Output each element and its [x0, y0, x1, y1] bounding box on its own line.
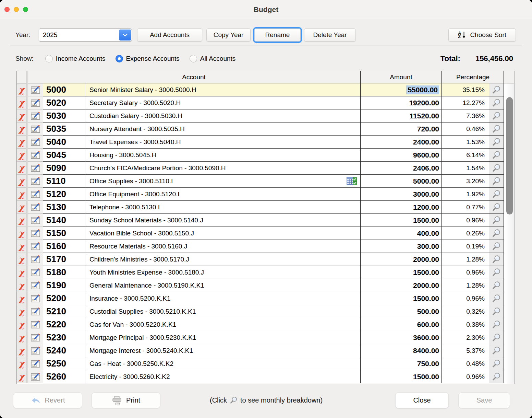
amount-cell[interactable]: 1500.00	[361, 266, 442, 279]
amount-cell[interactable]: 19200.00	[361, 96, 442, 109]
delete-year-button[interactable]: Delete Year	[304, 28, 356, 42]
add-accounts-button[interactable]: Add Accounts	[137, 28, 202, 42]
amount-cell[interactable]: 2406.00	[361, 162, 442, 175]
delete-account-button[interactable]: χ	[17, 292, 26, 305]
amount-cell[interactable]: 2000.00	[361, 279, 442, 292]
monthly-breakdown-button[interactable]	[489, 266, 504, 279]
year-select[interactable]: 2025	[39, 28, 132, 42]
edit-account-button[interactable]	[28, 266, 43, 279]
monthly-breakdown-button[interactable]	[489, 305, 504, 318]
delete-account-button[interactable]: χ	[17, 123, 26, 136]
radio-income-accounts[interactable]: Income Accounts	[45, 55, 106, 62]
amount-cell[interactable]: 720.00	[361, 123, 442, 136]
edit-account-button[interactable]	[28, 214, 43, 227]
monthly-breakdown-button[interactable]	[489, 240, 504, 253]
amount-cell[interactable]: 9600.00	[361, 149, 442, 162]
monthly-breakdown-button[interactable]	[489, 175, 504, 188]
amount-cell[interactable]: 2000.00	[361, 253, 442, 266]
edit-account-button[interactable]	[28, 370, 43, 383]
close-button[interactable]: Close	[395, 392, 449, 408]
edit-account-button[interactable]	[28, 162, 43, 175]
amount-cell[interactable]: 1500.00	[361, 292, 442, 305]
delete-account-button[interactable]: χ	[17, 83, 26, 96]
edit-account-button[interactable]	[28, 109, 43, 123]
delete-account-button[interactable]: χ	[17, 344, 26, 357]
monthly-breakdown-button[interactable]	[489, 201, 504, 214]
amount-cell[interactable]: 8400.00	[361, 344, 442, 357]
amount-cell[interactable]: 1500.00	[361, 214, 442, 227]
edit-account-button[interactable]	[28, 253, 43, 266]
edit-account-button[interactable]	[28, 305, 43, 318]
delete-account-button[interactable]: χ	[17, 227, 26, 240]
radio-all-accounts[interactable]: All Accounts	[190, 55, 236, 62]
scrollbar-thumb[interactable]	[506, 97, 513, 214]
monthly-breakdown-button[interactable]	[489, 331, 504, 344]
amount-cell[interactable]: 1200.00	[361, 201, 442, 214]
monthly-breakdown-button[interactable]	[489, 188, 504, 201]
save-button[interactable]: Save	[458, 392, 510, 408]
amount-cell[interactable]: 2400.00	[361, 136, 442, 149]
amount-cell[interactable]: 3600.00	[361, 331, 442, 344]
monthly-breakdown-button[interactable]	[489, 292, 504, 305]
print-button[interactable]: Print	[92, 392, 160, 408]
edit-account-button[interactable]	[28, 292, 43, 305]
amount-cell[interactable]: 750.00	[361, 357, 442, 370]
monthly-breakdown-button[interactable]	[489, 83, 504, 96]
monthly-breakdown-button[interactable]	[489, 370, 504, 383]
delete-account-button[interactable]: χ	[17, 149, 26, 162]
monthly-breakdown-button[interactable]	[489, 357, 504, 370]
edit-account-button[interactable]	[28, 149, 43, 162]
edit-account-button[interactable]	[28, 357, 43, 370]
delete-account-button[interactable]: χ	[17, 201, 26, 214]
delete-account-button[interactable]: χ	[17, 331, 26, 344]
edit-account-button[interactable]	[28, 318, 43, 331]
vertical-scrollbar[interactable]	[505, 83, 515, 384]
delete-account-button[interactable]: χ	[17, 214, 26, 227]
delete-account-button[interactable]: χ	[17, 162, 26, 175]
edit-account-button[interactable]	[28, 344, 43, 357]
edit-account-button[interactable]	[28, 136, 43, 149]
amount-cell[interactable]: 5000.00	[361, 175, 442, 188]
delete-account-button[interactable]: χ	[17, 96, 26, 109]
edit-account-button[interactable]	[28, 201, 43, 214]
edit-account-button[interactable]	[28, 83, 43, 96]
amount-cell[interactable]: 600.00	[361, 318, 442, 331]
delete-account-button[interactable]: χ	[17, 357, 26, 370]
edit-account-button[interactable]	[28, 175, 43, 188]
monthly-breakdown-button[interactable]	[489, 162, 504, 175]
delete-account-button[interactable]: χ	[17, 279, 26, 292]
monthly-breakdown-button[interactable]	[489, 253, 504, 266]
amount-cell[interactable]: 1500.00	[361, 370, 442, 383]
edit-account-button[interactable]	[28, 227, 43, 240]
edit-account-button[interactable]	[28, 123, 43, 136]
edit-account-button[interactable]	[28, 331, 43, 344]
monthly-breakdown-button[interactable]	[489, 344, 504, 357]
monthly-breakdown-button[interactable]	[489, 149, 504, 162]
revert-button[interactable]: Revert	[13, 392, 82, 408]
delete-account-button[interactable]: χ	[17, 318, 26, 331]
edit-account-button[interactable]	[28, 188, 43, 201]
edit-account-button[interactable]	[28, 96, 43, 109]
monthly-breakdown-button[interactable]	[489, 214, 504, 227]
delete-account-button[interactable]: χ	[17, 188, 26, 201]
monthly-breakdown-button[interactable]	[489, 123, 504, 136]
monthly-breakdown-button[interactable]	[489, 109, 504, 123]
amount-cell[interactable]: 3000.00	[361, 188, 442, 201]
delete-account-button[interactable]: χ	[17, 240, 26, 253]
amount-cell[interactable]: 11520.00	[361, 109, 442, 123]
delete-account-button[interactable]: χ	[17, 136, 26, 149]
monthly-breakdown-button[interactable]	[489, 227, 504, 240]
delete-account-button[interactable]: χ	[17, 370, 26, 383]
monthly-breakdown-button[interactable]	[489, 279, 504, 292]
delete-account-button[interactable]: χ	[17, 305, 26, 318]
amount-cell[interactable]: 300.00	[361, 240, 442, 253]
monthly-breakdown-button[interactable]	[489, 96, 504, 109]
copy-year-button[interactable]: Copy Year	[206, 28, 251, 42]
amount-cell[interactable]: 500.00	[361, 305, 442, 318]
delete-account-button[interactable]: χ	[17, 266, 26, 279]
radio-expense-accounts[interactable]: Expense Accounts	[116, 55, 180, 62]
monthly-breakdown-button[interactable]	[489, 136, 504, 149]
amount-cell[interactable]: 55000.00	[361, 83, 442, 96]
choose-sort-button[interactable]: AZ Choose Sort	[448, 28, 516, 42]
monthly-breakdown-button[interactable]	[489, 318, 504, 331]
